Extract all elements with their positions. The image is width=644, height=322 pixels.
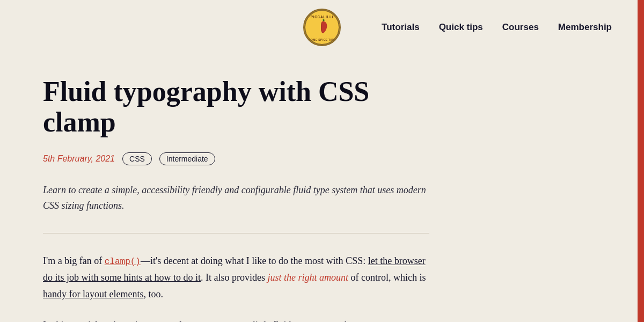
logo-circle: PICCALILLI SOME SPICE TIPS	[303, 9, 341, 46]
nav-tutorials[interactable]: Tutorials	[382, 22, 420, 33]
svg-text:PICCALILLI: PICCALILLI	[311, 15, 333, 19]
right-amount-link[interactable]: just the right amount	[268, 272, 349, 283]
tag-css[interactable]: CSS	[122, 152, 152, 165]
body-text-before: I'm a big fan of	[43, 255, 105, 266]
body-text-after2: of control, which is	[348, 272, 426, 283]
body-paragraph-1: I'm a big fan of clamp()—it's decent at …	[43, 253, 429, 302]
site-logo[interactable]: PICCALILLI SOME SPICE TIPS	[303, 9, 341, 46]
article-title: Fluid typography with CSS clamp	[43, 76, 419, 137]
svg-text:SOME SPICE TIPS: SOME SPICE TIPS	[309, 39, 335, 41]
nav-membership[interactable]: Membership	[558, 22, 612, 33]
body-text-end: , too.	[143, 289, 163, 299]
main-content: Fluid typography with CSS clamp 5th Febr…	[0, 55, 462, 322]
article-description: Learn to create a simple, accessibility …	[43, 182, 429, 214]
layout-elements-link[interactable]: handy for layout elements	[43, 289, 143, 299]
nav-quick-tips[interactable]: Quick tips	[439, 22, 483, 33]
section-divider	[43, 233, 429, 233]
nav-courses[interactable]: Courses	[502, 22, 539, 33]
clamp-link[interactable]: clamp()	[105, 257, 141, 267]
body-text-middle: —it's decent at doing what I like to do …	[141, 255, 368, 266]
body-text-after1: . It also provides	[201, 272, 267, 283]
publish-date: 5th February, 2021	[43, 154, 115, 164]
body-paragraph-2: In this tutorial, we're going to use cla…	[43, 317, 429, 322]
site-header: PICCALILLI SOME SPICE TIPS Tutorials Qui…	[0, 0, 644, 55]
article-meta: 5th February, 2021 CSS Intermediate	[43, 152, 429, 165]
main-nav: Tutorials Quick tips Courses Membership	[382, 22, 612, 33]
tag-intermediate[interactable]: Intermediate	[159, 152, 215, 165]
